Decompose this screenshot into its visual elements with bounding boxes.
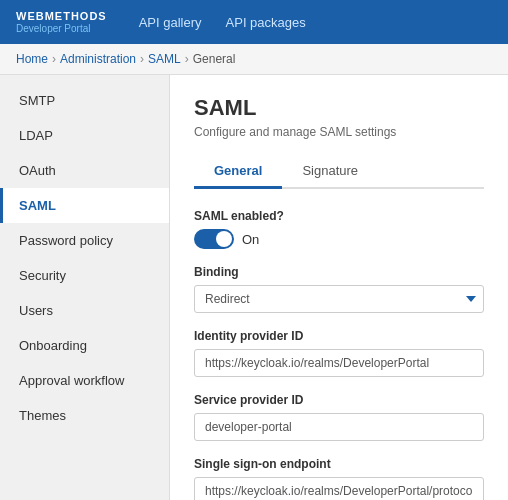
main-nav: API gallery API packages — [139, 15, 306, 30]
main-content: SAML Configure and manage SAML settings … — [170, 75, 508, 500]
breadcrumb-administration[interactable]: Administration — [60, 52, 136, 66]
brand: WEBMETHODS Developer Portal — [16, 10, 107, 33]
nav-api-packages[interactable]: API packages — [226, 15, 306, 30]
layout: SMTP LDAP OAuth SAML Password policy Sec… — [0, 75, 508, 500]
saml-enabled-section: SAML enabled? On — [194, 209, 484, 249]
sidebar-item-themes[interactable]: Themes — [0, 398, 169, 433]
identity-provider-id-label: Identity provider ID — [194, 329, 484, 343]
sidebar-item-smtp[interactable]: SMTP — [0, 83, 169, 118]
sidebar: SMTP LDAP OAuth SAML Password policy Sec… — [0, 75, 170, 500]
nav-api-gallery[interactable]: API gallery — [139, 15, 202, 30]
page-title: SAML — [194, 95, 484, 121]
sidebar-item-password-policy[interactable]: Password policy — [0, 223, 169, 258]
sidebar-item-onboarding[interactable]: Onboarding — [0, 328, 169, 363]
binding-label: Binding — [194, 265, 484, 279]
sidebar-item-users[interactable]: Users — [0, 293, 169, 328]
header: WEBMETHODS Developer Portal API gallery … — [0, 0, 508, 44]
service-provider-id-input[interactable] — [194, 413, 484, 441]
sso-endpoint-label: Single sign-on endpoint — [194, 457, 484, 471]
binding-select-wrapper: Redirect POST — [194, 285, 484, 313]
breadcrumb-sep-3: › — [185, 52, 189, 66]
toggle-wrapper: On — [194, 229, 484, 249]
breadcrumb-home[interactable]: Home — [16, 52, 48, 66]
toggle-knob — [216, 231, 232, 247]
identity-provider-id-input[interactable] — [194, 349, 484, 377]
binding-select[interactable]: Redirect POST — [194, 285, 484, 313]
sidebar-item-saml[interactable]: SAML — [0, 188, 169, 223]
sidebar-item-oauth[interactable]: OAuth — [0, 153, 169, 188]
service-provider-id-section: Service provider ID — [194, 393, 484, 441]
breadcrumb-saml[interactable]: SAML — [148, 52, 181, 66]
saml-enabled-label: SAML enabled? — [194, 209, 484, 223]
sidebar-item-ldap[interactable]: LDAP — [0, 118, 169, 153]
breadcrumb-general: General — [193, 52, 236, 66]
breadcrumb-sep-1: › — [52, 52, 56, 66]
brand-top: WEBMETHODS — [16, 10, 107, 22]
breadcrumb: Home › Administration › SAML › General — [0, 44, 508, 75]
service-provider-id-label: Service provider ID — [194, 393, 484, 407]
sidebar-item-approval-workflow[interactable]: Approval workflow — [0, 363, 169, 398]
tab-signature[interactable]: Signature — [282, 155, 378, 189]
saml-enabled-toggle[interactable] — [194, 229, 234, 249]
tab-general[interactable]: General — [194, 155, 282, 189]
sso-endpoint-section: Single sign-on endpoint — [194, 457, 484, 500]
toggle-on-label: On — [242, 232, 259, 247]
tabs: General Signature — [194, 155, 484, 189]
breadcrumb-sep-2: › — [140, 52, 144, 66]
page-subtitle: Configure and manage SAML settings — [194, 125, 484, 139]
identity-provider-id-section: Identity provider ID — [194, 329, 484, 377]
sidebar-item-security[interactable]: Security — [0, 258, 169, 293]
binding-section: Binding Redirect POST — [194, 265, 484, 313]
brand-bottom: Developer Portal — [16, 23, 107, 34]
sso-endpoint-input[interactable] — [194, 477, 484, 500]
